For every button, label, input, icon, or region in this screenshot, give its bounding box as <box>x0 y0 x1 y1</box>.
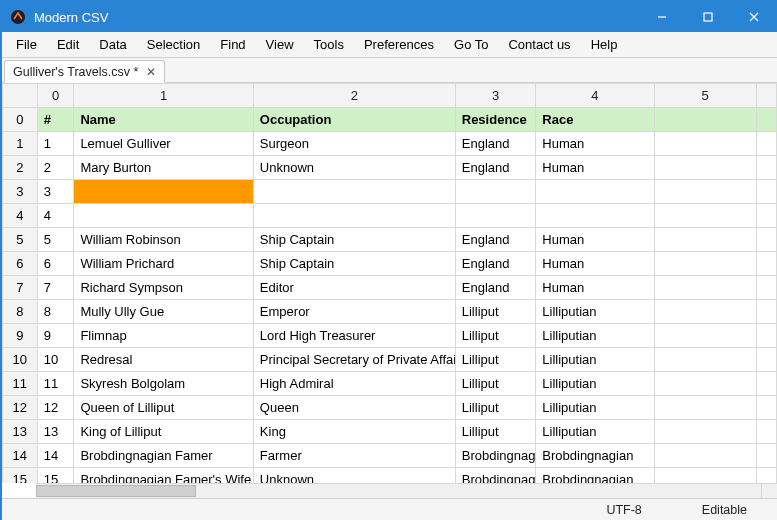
cell[interactable]: 12 <box>37 396 74 420</box>
cell[interactable] <box>654 300 756 324</box>
cell[interactable] <box>756 468 776 484</box>
menu-edit[interactable]: Edit <box>47 34 89 55</box>
cell[interactable]: Lilliputian <box>536 420 654 444</box>
cell[interactable]: Human <box>536 252 654 276</box>
row-header[interactable]: 13 <box>3 420 38 444</box>
cell[interactable] <box>756 204 776 228</box>
cell[interactable]: 3 <box>37 180 74 204</box>
cell[interactable]: Redresal <box>74 348 253 372</box>
cell[interactable]: Lilliputian <box>536 348 654 372</box>
cell[interactable]: Lilliputian <box>536 324 654 348</box>
cell[interactable]: Lilliput <box>455 396 536 420</box>
row-header[interactable]: 14 <box>3 444 38 468</box>
cell[interactable] <box>756 228 776 252</box>
cell[interactable]: Flimnap <box>74 324 253 348</box>
status-mode[interactable]: Editable <box>672 503 777 517</box>
menu-contact[interactable]: Contact us <box>498 34 580 55</box>
cell[interactable]: England <box>455 276 536 300</box>
cell[interactable] <box>536 204 654 228</box>
cell[interactable]: Brobdingnag <box>455 444 536 468</box>
cell[interactable]: Lilliput <box>455 300 536 324</box>
cell[interactable] <box>756 132 776 156</box>
cell[interactable]: 11 <box>37 372 74 396</box>
cell[interactable]: High Admiral <box>253 372 455 396</box>
cell[interactable] <box>756 396 776 420</box>
cell[interactable] <box>756 252 776 276</box>
cell[interactable] <box>654 324 756 348</box>
cell[interactable]: Lilliput <box>455 420 536 444</box>
cell[interactable]: Race <box>536 108 654 132</box>
row-header[interactable]: 10 <box>3 348 38 372</box>
cell[interactable]: William Robinson <box>74 228 253 252</box>
cell[interactable]: Lilliput <box>455 348 536 372</box>
row-header[interactable]: 8 <box>3 300 38 324</box>
cell[interactable]: Human <box>536 156 654 180</box>
cell[interactable]: Brobdingnag <box>455 468 536 484</box>
row-header[interactable]: 15 <box>3 468 38 484</box>
cell[interactable]: Editor <box>253 276 455 300</box>
cell[interactable]: Lilliputian <box>536 300 654 324</box>
cell[interactable] <box>756 444 776 468</box>
cell[interactable] <box>756 372 776 396</box>
cell[interactable]: Queen of Lilliput <box>74 396 253 420</box>
cell[interactable]: 10 <box>37 348 74 372</box>
cell[interactable]: Lilliputian <box>536 372 654 396</box>
cell[interactable]: England <box>455 132 536 156</box>
col-header[interactable]: 4 <box>536 84 654 108</box>
col-header[interactable]: 1 <box>74 84 253 108</box>
maximize-button[interactable] <box>685 2 731 32</box>
cell[interactable]: Emperor <box>253 300 455 324</box>
row-header[interactable]: 5 <box>3 228 38 252</box>
cell[interactable]: Mully Ully Gue <box>74 300 253 324</box>
cell[interactable] <box>654 468 756 484</box>
cell[interactable]: 4 <box>37 204 74 228</box>
cell[interactable] <box>654 204 756 228</box>
row-header[interactable]: 2 <box>3 156 38 180</box>
cell[interactable]: 2 <box>37 156 74 180</box>
menu-view[interactable]: View <box>256 34 304 55</box>
row-header[interactable]: 0 <box>3 108 38 132</box>
cell[interactable]: Brobdingnagian <box>536 468 654 484</box>
menu-preferences[interactable]: Preferences <box>354 34 444 55</box>
menu-tools[interactable]: Tools <box>304 34 354 55</box>
cell[interactable]: Lilliputian <box>536 396 654 420</box>
active-cell[interactable] <box>74 180 253 204</box>
cell[interactable]: Lilliput <box>455 324 536 348</box>
cell[interactable] <box>654 420 756 444</box>
cell[interactable] <box>536 180 654 204</box>
menu-find[interactable]: Find <box>210 34 255 55</box>
cell[interactable]: Mary Burton <box>74 156 253 180</box>
horizontal-scrollbar[interactable] <box>36 483 761 498</box>
cell[interactable]: 9 <box>37 324 74 348</box>
row-header[interactable]: 12 <box>3 396 38 420</box>
cell[interactable]: 7 <box>37 276 74 300</box>
cell[interactable] <box>654 444 756 468</box>
col-header[interactable]: 0 <box>37 84 74 108</box>
cell[interactable]: Surgeon <box>253 132 455 156</box>
cell[interactable]: Farmer <box>253 444 455 468</box>
cell[interactable]: 1 <box>37 132 74 156</box>
cell[interactable]: Ship Captain <box>253 252 455 276</box>
cell[interactable]: King <box>253 420 455 444</box>
cell[interactable] <box>654 108 756 132</box>
cell[interactable] <box>756 420 776 444</box>
cell[interactable] <box>654 372 756 396</box>
cell[interactable]: Richard Sympson <box>74 276 253 300</box>
close-tab-icon[interactable]: ✕ <box>146 65 156 79</box>
cell[interactable] <box>756 300 776 324</box>
cell[interactable] <box>253 204 455 228</box>
menu-selection[interactable]: Selection <box>137 34 210 55</box>
cell[interactable] <box>756 108 776 132</box>
col-header[interactable]: 3 <box>455 84 536 108</box>
row-header[interactable]: 4 <box>3 204 38 228</box>
close-button[interactable] <box>731 2 777 32</box>
cell[interactable]: Name <box>74 108 253 132</box>
col-header[interactable]: 5 <box>654 84 756 108</box>
cell[interactable]: # <box>37 108 74 132</box>
cell[interactable] <box>654 396 756 420</box>
cell[interactable] <box>253 180 455 204</box>
cell[interactable]: Skyresh Bolgolam <box>74 372 253 396</box>
cell[interactable] <box>756 156 776 180</box>
menu-help[interactable]: Help <box>581 34 628 55</box>
data-grid[interactable]: 0 1 2 3 4 5 0#NameOccupationResidenceRac… <box>2 83 777 483</box>
